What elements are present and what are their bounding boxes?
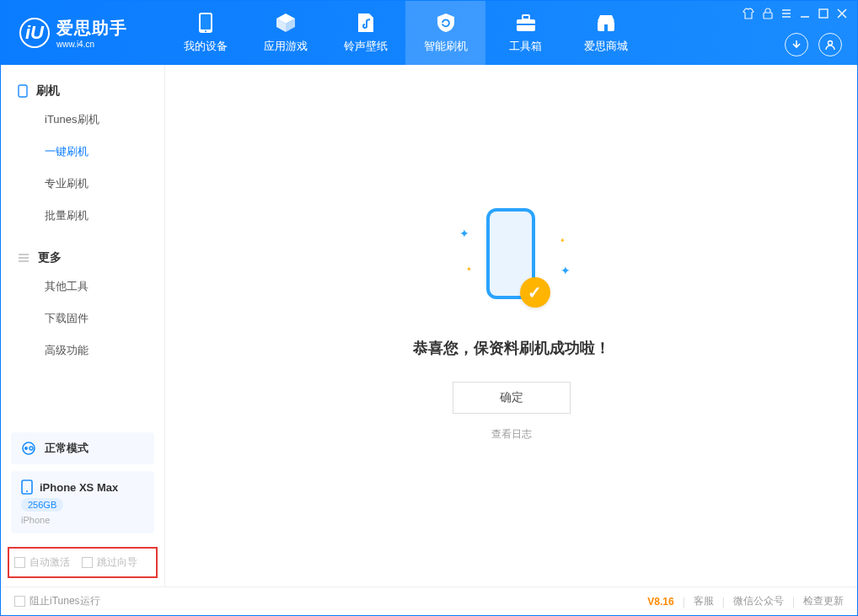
minimize-icon[interactable] xyxy=(800,8,810,19)
sidebar-item-download-firmware[interactable]: 下载固件 xyxy=(1,303,164,335)
main-content: ✦ ✦ ✦ ✦ ✓ 恭喜您，保资料刷机成功啦！ 确定 查看日志 xyxy=(165,65,857,587)
logo-icon: iU xyxy=(19,18,50,48)
sparkle-icon: ✦ xyxy=(466,265,472,273)
sparkle-icon: ✦ xyxy=(560,264,571,277)
nav-label: 工具箱 xyxy=(509,39,542,54)
window-controls xyxy=(743,8,847,19)
nav-label: 智能刷机 xyxy=(424,39,468,54)
svg-point-14 xyxy=(29,447,33,450)
result-hero: ✦ ✦ ✦ ✦ ✓ 恭喜您，保资料刷机成功啦！ 确定 查看日志 xyxy=(413,208,610,442)
svg-rect-5 xyxy=(517,24,535,25)
checkbox-auto-activate[interactable]: 自动激活 xyxy=(14,555,70,570)
footer-right: V8.16 | 客服 | 微信公众号 | 检查更新 xyxy=(647,594,844,608)
nav-tab-apps-games[interactable]: 应用游戏 xyxy=(245,1,325,65)
mode-icon xyxy=(21,441,36,456)
svg-point-13 xyxy=(24,447,28,450)
svg-rect-4 xyxy=(523,15,529,19)
mode-label: 正常模式 xyxy=(45,441,88,456)
device-storage-badge: 256GB xyxy=(21,498,63,512)
success-message: 恭喜您，保资料刷机成功啦！ xyxy=(413,338,610,358)
sidebar-group-more: 更多 xyxy=(1,240,164,271)
lock-icon[interactable] xyxy=(763,8,773,19)
list-icon xyxy=(18,253,29,263)
close-icon[interactable] xyxy=(837,8,847,19)
device-panel[interactable]: iPhone XS Max 256GB iPhone xyxy=(11,471,154,533)
sidebar-item-advanced[interactable]: 高级功能 xyxy=(1,335,164,367)
nav-label: 我的设备 xyxy=(184,39,228,54)
sidebar: 刷机 iTunes刷机 一键刷机 专业刷机 批量刷机 更多 其他工具 下载固件 … xyxy=(1,65,165,587)
version-label: V8.16 xyxy=(647,596,673,608)
sidebar-group-flash: 刷机 xyxy=(1,73,164,104)
checkbox-icon xyxy=(14,557,25,568)
nav-tabs: 我的设备 应用游戏 铃声壁纸 智能刷机 工具箱 爱思商城 xyxy=(165,1,646,65)
shop-icon xyxy=(595,12,617,34)
user-button[interactable] xyxy=(818,33,842,56)
options-highlight-box: 自动激活 跳过向导 xyxy=(8,547,158,578)
checkbox-icon xyxy=(82,557,93,568)
sidebar-item-itunes-flash[interactable]: iTunes刷机 xyxy=(1,104,164,136)
checkmark-badge-icon: ✓ xyxy=(520,277,550,308)
svg-rect-1 xyxy=(201,14,211,29)
download-button[interactable] xyxy=(785,33,808,56)
svg-rect-9 xyxy=(819,9,828,18)
svg-rect-11 xyxy=(19,85,27,97)
nav-tab-my-device[interactable]: 我的设备 xyxy=(165,1,245,65)
music-file-icon xyxy=(355,12,377,34)
body: 刷机 iTunes刷机 一键刷机 专业刷机 批量刷机 更多 其他工具 下载固件 … xyxy=(1,65,857,587)
sidebar-group-title: 更多 xyxy=(38,250,62,265)
wechat-link[interactable]: 微信公众号 xyxy=(733,594,784,608)
device-small-icon xyxy=(18,84,28,98)
nav-label: 铃声壁纸 xyxy=(344,39,388,54)
support-link[interactable]: 客服 xyxy=(694,594,714,608)
svg-point-2 xyxy=(205,30,206,32)
svg-rect-8 xyxy=(764,13,772,19)
svg-point-10 xyxy=(829,41,833,46)
checkbox-label: 跳过向导 xyxy=(97,555,137,570)
checkbox-skip-wizard[interactable]: 跳过向导 xyxy=(82,555,137,570)
tshirt-icon[interactable] xyxy=(743,8,754,19)
footer: 阻止iTunes运行 V8.16 | 客服 | 微信公众号 | 检查更新 xyxy=(1,587,857,615)
device-icon xyxy=(21,479,33,495)
checkbox-block-itunes[interactable]: 阻止iTunes运行 xyxy=(14,594,100,608)
success-illustration: ✦ ✦ ✦ ✦ ✓ xyxy=(453,208,571,318)
header-actions xyxy=(785,33,842,56)
sparkle-icon: ✦ xyxy=(560,237,566,244)
cube-icon xyxy=(275,12,297,34)
app-window: iU 爱思助手 www.i4.cn 我的设备 应用游戏 铃声壁纸 智能刷机 xyxy=(0,0,858,616)
maximize-icon[interactable] xyxy=(818,8,829,19)
mode-indicator[interactable]: 正常模式 xyxy=(11,432,154,464)
app-title: 爱思助手 xyxy=(56,17,127,40)
sidebar-item-other-tools[interactable]: 其他工具 xyxy=(1,271,164,303)
sidebar-item-oneclick-flash[interactable]: 一键刷机 xyxy=(1,136,164,168)
nav-tab-shop[interactable]: 爱思商城 xyxy=(566,1,646,65)
nav-label: 应用游戏 xyxy=(264,39,308,54)
header: iU 爱思助手 www.i4.cn 我的设备 应用游戏 铃声壁纸 智能刷机 xyxy=(1,1,857,65)
view-log-link[interactable]: 查看日志 xyxy=(491,427,532,442)
toolbox-icon xyxy=(515,12,537,34)
nav-label: 爱思商城 xyxy=(584,39,628,54)
check-update-link[interactable]: 检查更新 xyxy=(803,594,844,608)
nav-tab-toolbox[interactable]: 工具箱 xyxy=(485,1,566,65)
app-site: www.i4.cn xyxy=(56,40,127,49)
svg-point-16 xyxy=(26,490,28,492)
checkbox-label: 自动激活 xyxy=(29,555,70,570)
sidebar-group-title: 刷机 xyxy=(36,83,60,99)
checkbox-icon xyxy=(14,596,25,607)
sparkle-icon: ✦ xyxy=(459,227,469,240)
shield-refresh-icon xyxy=(435,12,457,34)
nav-tab-smart-flash[interactable]: 智能刷机 xyxy=(405,1,485,65)
svg-rect-7 xyxy=(604,24,608,31)
phone-icon xyxy=(195,12,217,34)
sidebar-item-batch-flash[interactable]: 批量刷机 xyxy=(1,200,164,232)
device-type: iPhone xyxy=(21,515,144,525)
menu-icon[interactable] xyxy=(781,8,791,19)
nav-tab-ringtone-wallpaper[interactable]: 铃声壁纸 xyxy=(325,1,405,65)
logo-area: iU 爱思助手 www.i4.cn xyxy=(1,17,165,49)
ok-button[interactable]: 确定 xyxy=(453,382,571,414)
device-name: iPhone XS Max xyxy=(40,481,118,494)
sidebar-item-pro-flash[interactable]: 专业刷机 xyxy=(1,168,164,200)
checkbox-label: 阻止iTunes运行 xyxy=(29,594,100,608)
